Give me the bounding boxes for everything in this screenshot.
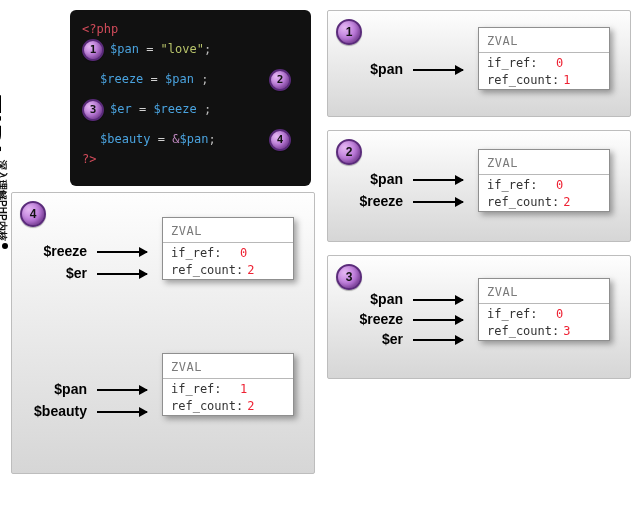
code-var-pan: $pan <box>110 42 139 56</box>
brand: TIPI 深入理解PHP内核 Thinking In PHP Internal <box>0 95 8 268</box>
p4-var-pan: $pan <box>32 381 87 397</box>
zval-title: ZVAL <box>163 354 293 378</box>
zval-title: ZVAL <box>479 28 609 52</box>
p2-var-reeze: $reeze <box>336 193 403 209</box>
arrow-icon <box>97 411 147 413</box>
brand-sub1: 深入理解PHP内核 <box>0 160 8 241</box>
brand-dot-icon <box>2 243 8 249</box>
p4-var-beauty: $beauty <box>12 403 87 419</box>
panel-step-1: 1 $pan ZVAL if_ref: 0 ref_count:1 <box>327 10 631 117</box>
code-var-er: $er <box>110 102 132 116</box>
arrow-icon <box>97 389 147 391</box>
arrow-icon <box>413 319 463 321</box>
arrow-icon <box>413 201 463 203</box>
arrow-icon <box>413 339 463 341</box>
p3-var-pan: $pan <box>348 291 403 307</box>
p2-zval: ZVAL if_ref: 0 ref_count:2 <box>478 149 610 212</box>
code-bubble-2: 2 <box>269 69 291 91</box>
panel-2-bubble: 2 <box>336 139 362 165</box>
code-bubble-4: 4 <box>269 129 291 151</box>
p3-zval: ZVAL if_ref: 0 ref_count:3 <box>478 278 610 341</box>
brand-sub: 深入理解PHP内核 Thinking In PHP Internal <box>0 160 8 268</box>
panel-4-bubble: 4 <box>20 201 46 227</box>
brand-main: TIPI <box>0 95 8 154</box>
panel-step-4: 4 $reeze $er ZVAL if_ref: 0 ref_count:2 … <box>11 192 315 474</box>
p3-var-reeze: $reeze <box>336 311 403 327</box>
code-bubble-3: 3 <box>82 99 104 121</box>
zval-title: ZVAL <box>479 150 609 174</box>
p1-zval: ZVAL if_ref: 0 ref_count:1 <box>478 27 610 90</box>
code-var-reeze: $reeze <box>100 72 143 86</box>
p4-zval-1: ZVAL if_ref: 0 ref_count:2 <box>162 217 294 280</box>
php-close-tag: ?> <box>82 150 96 170</box>
code-bubble-1: 1 <box>82 39 104 61</box>
arrow-icon <box>413 299 463 301</box>
panel-step-3: 3 $pan $reeze $er ZVAL if_ref: 0 ref_cou… <box>327 255 631 379</box>
arrow-icon <box>97 273 147 275</box>
arrow-icon <box>413 179 463 181</box>
zval-title: ZVAL <box>479 279 609 303</box>
arrow-icon <box>97 251 147 253</box>
code-block: <?php 1 $pan = "love"; $reeze = $pan ; 2… <box>70 10 311 186</box>
p2-var-pan: $pan <box>348 171 403 187</box>
p1-var-pan: $pan <box>348 61 403 77</box>
p4-var-er: $er <box>42 265 87 281</box>
panel-3-bubble: 3 <box>336 264 362 290</box>
panel-1-bubble: 1 <box>336 19 362 45</box>
php-open-tag: <?php <box>82 20 118 40</box>
arrow-icon <box>413 69 463 71</box>
p4-zval-2: ZVAL if_ref: 1 ref_count:2 <box>162 353 294 416</box>
panel-step-2: 2 $pan $reeze ZVAL if_ref: 0 ref_count:2 <box>327 130 631 242</box>
zval-title: ZVAL <box>163 218 293 242</box>
p3-var-er: $er <box>358 331 403 347</box>
code-var-beauty: $beauty <box>100 132 151 146</box>
p4-var-reeze: $reeze <box>20 243 87 259</box>
